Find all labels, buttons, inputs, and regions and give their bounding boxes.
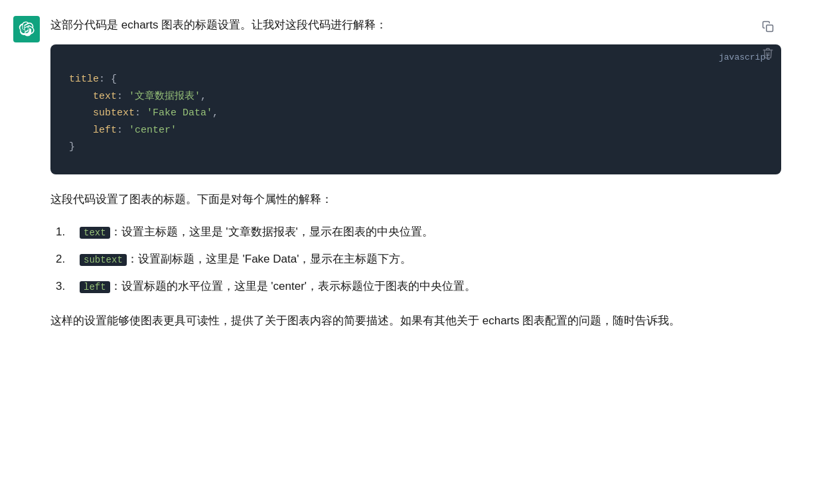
list-number-2: 2. <box>56 250 74 268</box>
code-key: title <box>69 74 99 85</box>
list-item-2-content: subtext：设置副标题，这里是 'Fake Data'，显示在主标题下方。 <box>80 250 411 268</box>
code-key: left <box>93 125 117 136</box>
trash-icon <box>762 47 774 59</box>
code-body: title: { text: '文章数据报表', subtext: 'Fake … <box>50 44 781 174</box>
list-number-3: 3. <box>56 277 74 295</box>
list-item-2-desc: ：设置副标题，这里是 'Fake Data'，显示在主标题下方。 <box>127 253 412 265</box>
message-content: 这部分代码是 echarts 图表的标题设置。让我对这段代码进行解释： java… <box>50 13 781 331</box>
list-item-3: 3. left：设置标题的水平位置，这里是 'center'，表示标题位于图表的… <box>56 277 781 295</box>
list-item-1-desc: ：设置主标题，这里是 '文章数据报表'，显示在图表的中央位置。 <box>110 225 433 238</box>
list-item-1-content: text：设置主标题，这里是 '文章数据报表'，显示在图表的中央位置。 <box>80 223 433 241</box>
code-str: 'center' <box>129 125 177 136</box>
list-item-3-code: left <box>80 281 110 293</box>
code-block: javascript title: { text: '文章数据报表', subt… <box>50 44 781 174</box>
copy-button[interactable] <box>757 16 779 37</box>
list-item-3-desc: ：设置标题的水平位置，这里是 'center'，表示标题位于图表的中央位置。 <box>110 280 476 292</box>
list-item-1-code: text <box>80 227 110 239</box>
intro-text: 这部分代码是 echarts 图表的标题设置。让我对这段代码进行解释： <box>50 16 781 34</box>
chat-container: 这部分代码是 echarts 图表的标题设置。让我对这段代码进行解释： java… <box>0 0 821 344</box>
closing-text: 这样的设置能够使图表更具可读性，提供了关于图表内容的简要描述。如果有其他关于 e… <box>50 311 781 331</box>
list-container: 1. text：设置主标题，这里是 '文章数据报表'，显示在图表的中央位置。 2… <box>50 223 781 296</box>
openai-logo-icon <box>19 21 35 37</box>
code-line-5: } <box>69 139 763 156</box>
avatar <box>13 16 40 42</box>
code-line-3: subtext: 'Fake Data', <box>69 105 763 122</box>
copy-icon <box>762 21 774 32</box>
code-line-4: left: 'center' <box>69 122 763 139</box>
action-icons <box>755 13 781 66</box>
code-key: text <box>93 91 117 102</box>
code-str: 'Fake Data' <box>147 107 212 119</box>
code-key: subtext <box>93 107 135 119</box>
message-row: 这部分代码是 echarts 图表的标题设置。让我对这段代码进行解释： java… <box>13 13 781 331</box>
list-item-1: 1. text：设置主标题，这里是 '文章数据报表'，显示在图表的中央位置。 <box>56 223 781 241</box>
code-str: '文章数据报表' <box>129 91 200 102</box>
list-number-1: 1. <box>56 223 74 241</box>
code-line-2: text: '文章数据报表', <box>69 88 763 105</box>
delete-button[interactable] <box>757 42 779 64</box>
list-item-2: 2. subtext：设置副标题，这里是 'Fake Data'，显示在主标题下… <box>56 250 781 268</box>
code-line-1: title: { <box>69 71 763 88</box>
list-item-2-code: subtext <box>80 254 127 266</box>
explanation-intro: 这段代码设置了图表的标题。下面是对每个属性的解释： <box>50 190 781 210</box>
svg-rect-0 <box>767 25 773 32</box>
list-item-3-content: left：设置标题的水平位置，这里是 'center'，表示标题位于图表的中央位… <box>80 277 476 295</box>
